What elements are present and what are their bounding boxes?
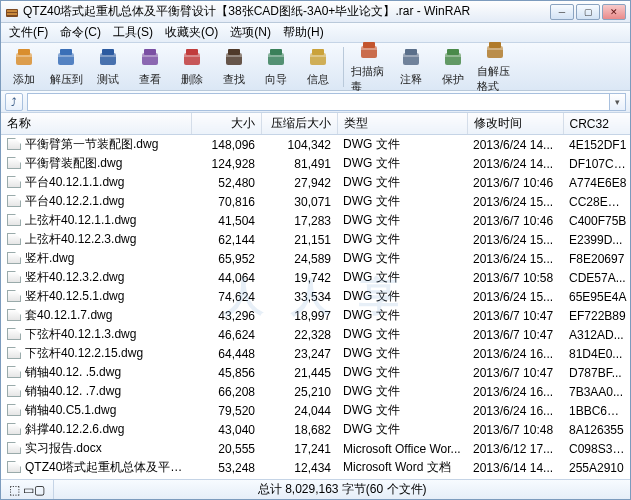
cell-crc: 4E152DF1	[563, 135, 630, 155]
cell-name: 实习报告.docx	[1, 439, 191, 458]
col-mtime[interactable]: 修改时间	[467, 113, 563, 135]
file-icon	[7, 138, 21, 150]
file-icon	[7, 347, 21, 359]
tool-测试[interactable]: 测试	[89, 45, 127, 89]
minimize-button[interactable]: ─	[550, 4, 574, 20]
table-row[interactable]: 平台40.12.1.1.dwg52,48027,942DWG 文件2013/6/…	[1, 173, 630, 192]
cell-size: 45,856	[191, 363, 261, 382]
tool-查看[interactable]: 查看	[131, 45, 169, 89]
table-row[interactable]: 竖杆40.12.3.2.dwg44,06419,742DWG 文件2013/6/…	[1, 268, 630, 287]
tool-icon	[441, 46, 465, 70]
table-row[interactable]: 销轴40.C5.1.dwg79,52024,044DWG 文件2013/6/24…	[1, 401, 630, 420]
cell-crc: 255A2910	[563, 458, 630, 477]
tool-保护[interactable]: 保护	[434, 45, 472, 89]
table-row[interactable]: 下弦杆40.12.1.3.dwg46,62422,328DWG 文件2013/6…	[1, 325, 630, 344]
file-list[interactable]: 名称 大小 压缩后大小 类型 修改时间 CRC32 平衡臂第一节装配图.dwg1…	[1, 113, 630, 479]
col-size[interactable]: 大小	[191, 113, 261, 135]
cell-crc: 7B3AA0...	[563, 382, 630, 401]
svg-rect-14	[144, 49, 156, 55]
file-icon	[7, 423, 21, 435]
table-row[interactable]: 竖杆.dwg65,95224,589DWG 文件2013/6/24 15...F…	[1, 249, 630, 268]
svg-rect-8	[60, 49, 72, 55]
table-row[interactable]: 上弦杆40.12.2.3.dwg62,14421,151DWG 文件2013/6…	[1, 230, 630, 249]
svg-rect-17	[186, 49, 198, 55]
tool-注释[interactable]: 注释	[392, 45, 430, 89]
cell-packed: 24,044	[261, 401, 337, 420]
path-input[interactable]	[27, 93, 610, 111]
cell-crc: 81D4E0...	[563, 344, 630, 363]
cell-name: 上弦杆40.12.1.1.dwg	[1, 211, 191, 230]
cell-size: 41,504	[191, 211, 261, 230]
tool-查找[interactable]: 查找	[215, 45, 253, 89]
cell-packed: 24,589	[261, 249, 337, 268]
file-icon	[7, 366, 21, 378]
cell-type: Microsoft Word 文档	[337, 477, 467, 479]
cell-size: 46,624	[191, 325, 261, 344]
table-row[interactable]: 销轴40.12. .7.dwg66,20825,210DWG 文件2013/6/…	[1, 382, 630, 401]
cell-type: DWG 文件	[337, 363, 467, 382]
up-button[interactable]: ⤴	[5, 93, 23, 111]
cell-crc: CDE57A...	[563, 268, 630, 287]
col-crc[interactable]: CRC32	[563, 113, 630, 135]
cell-mtime: 2013/6/7 10:47	[467, 306, 563, 325]
col-name[interactable]: 名称	[1, 113, 191, 135]
table-row[interactable]: 销轴40.12. .5.dwg45,85621,445DWG 文件2013/6/…	[1, 363, 630, 382]
menu-item[interactable]: 收藏夹(O)	[161, 22, 222, 43]
tool-解压到[interactable]: 解压到	[47, 45, 85, 89]
menu-item[interactable]: 选项(N)	[226, 22, 275, 43]
cell-packed: 1,612,616	[261, 477, 337, 479]
file-icon	[7, 176, 21, 188]
svg-rect-23	[270, 49, 282, 55]
svg-rect-11	[102, 49, 114, 55]
tool-向导[interactable]: 向导	[257, 45, 295, 89]
cell-packed: 21,445	[261, 363, 337, 382]
cell-crc: A312AD...	[563, 325, 630, 344]
tool-icon	[306, 46, 330, 70]
cell-name: 上弦杆40.12.2.3.dwg	[1, 230, 191, 249]
cell-mtime: 2013/6/24 15...	[467, 192, 563, 211]
cell-type: DWG 文件	[337, 154, 467, 173]
menu-item[interactable]: 工具(S)	[109, 22, 157, 43]
cell-type: DWG 文件	[337, 211, 467, 230]
table-row[interactable]: 下弦杆40.12.2.15.dwg64,44823,247DWG 文件2013/…	[1, 344, 630, 363]
tool-添加[interactable]: 添加	[5, 45, 43, 89]
table-row[interactable]: 平台40.12.2.1.dwg70,81630,071DWG 文件2013/6/…	[1, 192, 630, 211]
path-dropdown[interactable]: ▾	[610, 93, 626, 111]
table-row[interactable]: 平衡臂装配图.dwg124,92881,491DWG 文件2013/6/24 1…	[1, 154, 630, 173]
table-row[interactable]: 斜撑40.12.2.6.dwg43,04018,682DWG 文件2013/6/…	[1, 420, 630, 439]
app-icon	[5, 5, 19, 19]
close-button[interactable]: ✕	[602, 4, 626, 20]
cell-mtime: 2013/6/7 10:46	[467, 173, 563, 192]
menu-item[interactable]: 帮助(H)	[279, 22, 328, 43]
maximize-button[interactable]: ▢	[576, 4, 600, 20]
tool-信息[interactable]: 信息	[299, 45, 337, 89]
cell-mtime: 2013/6/24 16...	[467, 401, 563, 420]
status-center: 总计 8,029,163 字节(60 个文件)	[54, 480, 630, 499]
svg-rect-26	[312, 49, 324, 55]
tool-扫描病毒[interactable]: 扫描病毒	[350, 45, 388, 89]
cell-size: 4,362,752	[191, 477, 261, 479]
table-row[interactable]: 实习报告.docx20,55517,241Microsoft Office Wo…	[1, 439, 630, 458]
tool-icon	[483, 40, 507, 62]
table-row[interactable]: QTZ40塔式起重机总体及平衡臂设计开题报告.doc53,24812,434Mi…	[1, 458, 630, 477]
cell-mtime: 2013/6/24 15...	[467, 249, 563, 268]
table-row[interactable]: QTZ40塔式起重机总体及平衡臂设计说明书.doc4,362,7521,612,…	[1, 477, 630, 479]
table-row[interactable]: 竖杆40.12.5.1.dwg74,62433,534DWG 文件2013/6/…	[1, 287, 630, 306]
file-icon	[7, 195, 21, 207]
table-row[interactable]: 上弦杆40.12.1.1.dwg41,50417,283DWG 文件2013/6…	[1, 211, 630, 230]
tool-删除[interactable]: 删除	[173, 45, 211, 89]
tool-label: 测试	[97, 72, 119, 87]
col-packed[interactable]: 压缩后大小	[261, 113, 337, 135]
col-type[interactable]: 类型	[337, 113, 467, 135]
cell-size: 79,520	[191, 401, 261, 420]
tool-label: 解压到	[50, 72, 83, 87]
tool-自解压格式[interactable]: 自解压格式	[476, 45, 514, 89]
tool-icon	[357, 40, 381, 62]
menu-item[interactable]: 命令(C)	[56, 22, 105, 43]
tool-label: 删除	[181, 72, 203, 87]
cell-crc: 8F606E44	[563, 477, 630, 479]
cell-type: DWG 文件	[337, 192, 467, 211]
menu-item[interactable]: 文件(F)	[5, 22, 52, 43]
table-row[interactable]: 平衡臂第一节装配图.dwg148,096104,342DWG 文件2013/6/…	[1, 135, 630, 155]
table-row[interactable]: 套40.12.1.7.dwg43,29618,997DWG 文件2013/6/7…	[1, 306, 630, 325]
